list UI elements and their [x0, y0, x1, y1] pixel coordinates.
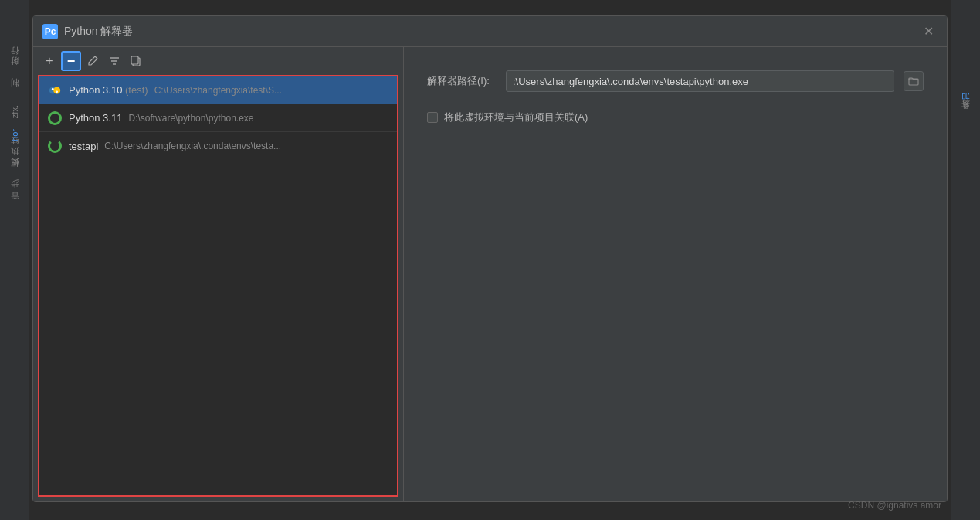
svg-point-8: [56, 90, 58, 93]
path-label: 解释器路径(I):: [427, 74, 497, 88]
edit-interpreter-button[interactable]: [83, 51, 103, 71]
browse-button[interactable]: [904, 71, 924, 91]
interpreter-path-python311: D:\software\python\python.exe: [128, 113, 389, 124]
pencil-icon: [86, 55, 99, 67]
sidebar-item-5[interactable]: zfx.: [10, 105, 19, 118]
interpreter-toolbar: + −: [33, 47, 403, 75]
test-badge: (test): [125, 84, 148, 96]
python-snake-icon: [48, 83, 62, 97]
python310-icon: [47, 83, 63, 98]
left-panel: + −: [33, 47, 404, 501]
associate-label: 将此虚拟环境与当前项目关联(A): [444, 110, 588, 124]
python-interpreter-dialog: Pc Python 解释器 ✕ + −: [32, 15, 948, 502]
app-icon: Pc: [42, 24, 58, 39]
svg-point-6: [53, 87, 60, 93]
testapi-icon: [47, 138, 63, 154]
right-panel: 解释器路径(I): :\Users\zhangfengxia\.conda\en…: [404, 47, 947, 501]
sidebar: 行 射 制 zfx. hor 结 执 框架 步 置: [0, 0, 29, 520]
copy-button[interactable]: [126, 51, 146, 71]
interpreter-path-testapi: C:\Users\zhangfengxia\.conda\envs\testa.…: [104, 141, 389, 151]
circle-full-icon: [48, 111, 62, 125]
interpreter-item-testapi[interactable]: testapi C:\Users\zhangfengxia\.conda\env…: [39, 132, 397, 160]
interpreter-list: Python 3.10 (test) C:\Users\zhangfengxia…: [38, 75, 398, 497]
associate-checkbox[interactable]: [427, 112, 438, 123]
interpreter-name-python311: Python 3.11: [69, 112, 122, 124]
interpreter-path-input[interactable]: :\Users\zhangfengxia\.conda\envs\testapi…: [506, 70, 894, 92]
add-interpreter-button[interactable]: +: [39, 51, 59, 71]
checkbox-row: 将此虚拟环境与当前项目关联(A): [427, 110, 924, 124]
copy-icon: [130, 55, 142, 67]
dialog-titlebar: Pc Python 解释器 ✕: [33, 16, 947, 47]
watermark: CSDN @ignativs amor: [848, 500, 941, 511]
path-value: :\Users\zhangfengxia\.conda\envs\testapi…: [513, 76, 748, 87]
dialog-body: + −: [33, 47, 947, 501]
right-edge-panel: 加 具窗: [951, 0, 980, 520]
interpreter-path-python310: C:\Users\zhangfengxia\test\S...: [154, 85, 389, 96]
interpreter-name-python310: Python 3.10 (test): [69, 84, 148, 96]
circle-partial-icon: [48, 139, 62, 153]
folder-icon: [908, 76, 919, 87]
remove-interpreter-button[interactable]: −: [61, 51, 81, 71]
svg-rect-4: [131, 56, 138, 64]
filter-button[interactable]: [104, 51, 124, 71]
sidebar-item-6[interactable]: hor: [10, 129, 19, 141]
filter-icon: [108, 55, 120, 67]
path-field-row: 解释器路径(I): :\Users\zhangfengxia\.conda\en…: [427, 70, 924, 92]
svg-point-7: [52, 87, 54, 90]
svg-rect-9: [909, 79, 918, 85]
dialog-title: Python 解释器: [64, 25, 133, 39]
interpreter-item-python311[interactable]: Python 3.11 D:\software\python\python.ex…: [39, 104, 397, 132]
interpreter-item-python310[interactable]: Python 3.10 (test) C:\Users\zhangfengxia…: [39, 76, 397, 104]
close-button[interactable]: ✕: [919, 22, 938, 41]
interpreter-name-testapi: testapi: [69, 141, 98, 152]
python311-icon: [47, 110, 63, 126]
